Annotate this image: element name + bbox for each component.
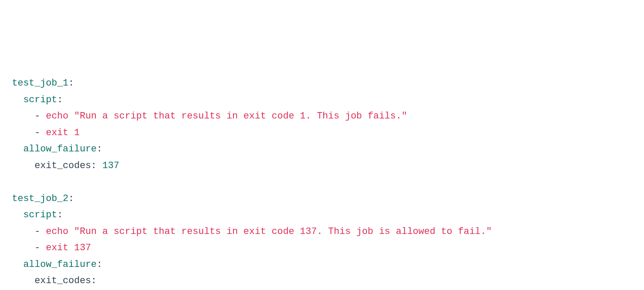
yaml-job-name: test_job_1 <box>12 78 68 89</box>
yaml-script-key: script <box>23 95 57 105</box>
yaml-colon: : <box>57 95 63 105</box>
yaml-string: echo "Run a script that results in exit … <box>46 226 492 237</box>
yaml-colon: : <box>91 275 97 286</box>
yaml-string: echo "Run a script that results in exit … <box>46 111 407 121</box>
yaml-number: 137 <box>102 160 119 171</box>
yaml-allow-failure-key: allow_failure <box>23 259 97 270</box>
yaml-dash: - <box>35 127 40 138</box>
yaml-exit-codes-key: exit_codes <box>35 275 91 286</box>
yaml-allow-failure-key: allow_failure <box>23 144 97 154</box>
yaml-code-block: test_job_1: script: - echo "Run a script… <box>12 75 632 290</box>
yaml-colon: : <box>68 193 74 204</box>
yaml-script-key: script <box>23 210 57 220</box>
yaml-colon: : <box>57 210 63 220</box>
yaml-job-name: test_job_2 <box>12 193 68 204</box>
yaml-colon: : <box>91 160 97 171</box>
yaml-colon: : <box>97 259 102 270</box>
yaml-string: exit 1 <box>46 127 80 138</box>
yaml-exit-codes-key: exit_codes <box>35 160 91 171</box>
yaml-dash: - <box>35 111 40 121</box>
yaml-dash: - <box>35 243 40 253</box>
yaml-string: exit 137 <box>46 243 91 253</box>
yaml-colon: : <box>97 144 102 154</box>
yaml-colon: : <box>68 78 74 89</box>
yaml-dash: - <box>35 226 40 237</box>
